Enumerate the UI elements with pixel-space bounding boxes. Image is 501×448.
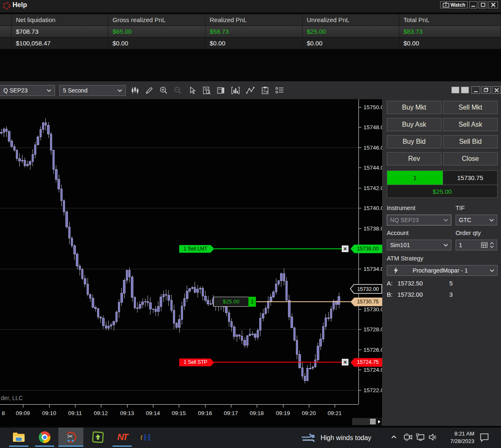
tif-dropdown[interactable]: GTC: [456, 215, 497, 225]
reverse-button[interactable]: Rev: [387, 152, 441, 165]
buy-mkt-button[interactable]: Buy Mkt: [387, 101, 441, 114]
price-axis-label: 15740.00: [363, 205, 382, 211]
instrument-selector[interactable]: Q SEP23: [0, 85, 55, 96]
svg-text:15732.00: 15732.00: [357, 286, 379, 292]
panel-button-2[interactable]: [461, 87, 469, 93]
position-avg-price: 15730.75: [443, 171, 497, 185]
table-cell: $100,058.47: [12, 38, 108, 49]
order-qty-value: 1: [459, 242, 462, 248]
pencil-icon: [145, 86, 153, 95]
cancel-limit-order-button[interactable]: ✕: [342, 245, 348, 252]
scrollbar-thumb[interactable]: [370, 419, 376, 424]
close-icon: [491, 3, 496, 7]
table-row[interactable]: $100,058.47$0.00$0.00$0.00$0.00: [0, 38, 501, 49]
zoom-in-button[interactable]: [158, 85, 169, 96]
cursor-button[interactable]: [186, 85, 198, 96]
chart-scrollbar[interactable]: [352, 418, 382, 425]
indicators-icon: [231, 86, 240, 95]
account-dropdown[interactable]: Sim101: [387, 240, 451, 250]
qty-spinner-icon[interactable]: [490, 242, 494, 248]
share-app-icon: [92, 431, 104, 443]
chart-plot-area[interactable]: 15750.0015748.0015746.0015744.0015742.00…: [0, 99, 382, 426]
network-icon[interactable]: [416, 433, 425, 441]
list-icon: [275, 86, 284, 95]
interval-selector-label: 5 Second: [63, 87, 88, 94]
data-box-button[interactable]: [201, 85, 213, 96]
price-axis-label: 15750.00: [363, 104, 382, 110]
ask-size: 5: [449, 280, 453, 287]
indicators-button[interactable]: [230, 85, 241, 96]
close-button[interactable]: [488, 1, 498, 8]
strategies-button[interactable]: [259, 85, 271, 96]
properties-button[interactable]: [274, 85, 286, 96]
taskbar-snipping-tool-button[interactable]: ✂: [61, 428, 80, 447]
taskbar-clock[interactable]: 8:21 AM 7/28/2023: [438, 430, 474, 445]
draw-button[interactable]: [143, 85, 155, 96]
watch-button[interactable]: Watch: [440, 1, 468, 8]
restore-button[interactable]: [478, 1, 487, 8]
taskbar-file-explorer-button[interactable]: [9, 428, 28, 447]
price-axis-label: 15744.00: [363, 165, 382, 171]
taskbar-share-app-button[interactable]: [88, 428, 108, 447]
sell-mkt-button[interactable]: Sell Mkt: [443, 101, 498, 114]
sell-stop-line[interactable]: [214, 362, 342, 363]
panel-button-1[interactable]: [451, 87, 459, 93]
buy-ask-button[interactable]: Buy Ask: [387, 118, 441, 131]
time-axis-label: 09:12: [94, 410, 108, 416]
atm-strategy-dropdown[interactable]: ProchargedMopar - 1: [387, 265, 498, 276]
sell-bid-button[interactable]: Sell Bid: [443, 135, 498, 148]
buy-bid-button[interactable]: Buy Bid: [387, 135, 441, 148]
chart-trader-button[interactable]: [215, 85, 227, 96]
instrument-dropdown[interactable]: NQ SEP23: [387, 215, 451, 225]
close-position-button[interactable]: Close: [443, 152, 498, 165]
tray-chevron-up-icon[interactable]: [390, 433, 398, 441]
sell-stop-tag[interactable]: 1 Sell STP: [179, 358, 214, 366]
interval-selector[interactable]: 5 Second: [59, 85, 126, 96]
tif-dropdown-value: GTC: [459, 217, 471, 223]
cancel-stop-order-button[interactable]: ✕: [342, 359, 348, 365]
position-qty-box: 1: [248, 297, 256, 307]
sell-ask-button[interactable]: Sell Ask: [443, 118, 498, 131]
order-qty-field[interactable]: 1: [456, 240, 497, 250]
sell-limit-tag[interactable]: 1 Sell LMT: [179, 245, 214, 253]
table-cell: $0.00: [303, 38, 399, 49]
restore-icon: [483, 88, 488, 93]
chart-minimize-button[interactable]: [471, 86, 480, 94]
table-row[interactable]: $708.73$65.00$58.73$25.00$83.73: [0, 26, 501, 38]
price-axis-label: 15734.00: [363, 266, 382, 272]
chart-restore-button[interactable]: [481, 86, 491, 94]
menu-help[interactable]: Help: [13, 1, 27, 9]
cursor-icon: [188, 86, 196, 95]
zoom-out-button[interactable]: [172, 85, 183, 96]
taskbar-ninjatrader-button[interactable]: NT: [113, 428, 132, 447]
watch-button-label: Watch: [451, 2, 466, 8]
bid-size: 3: [449, 291, 453, 298]
bid-label: B:: [387, 291, 393, 298]
taskbar-weather-widget[interactable]: High winds today: [301, 428, 371, 448]
watermark: der, LLC: [1, 395, 23, 401]
price-axis-label: 15726.00: [363, 347, 382, 353]
sell-limit-line[interactable]: [214, 248, 342, 249]
action-center-icon[interactable]: [479, 433, 489, 442]
instrument-label: Instrument: [387, 205, 416, 211]
title-bar: Help Watch: [0, 0, 501, 13]
meet-now-icon[interactable]: [403, 433, 413, 441]
time-axis-label: 09:20: [302, 410, 316, 416]
speaker-icon[interactable]: [428, 433, 438, 441]
chevron-down-icon: [443, 244, 448, 247]
chart-trader-icon: [217, 86, 225, 95]
atm-strategy-label: ATM Strategy: [387, 255, 423, 262]
trading-app-icon: H t: [143, 432, 151, 443]
taskbar-chrome-button[interactable]: [35, 428, 54, 447]
drawing-tools-button[interactable]: [245, 85, 256, 96]
bid-price: 15732.00: [398, 291, 423, 298]
instrument-dropdown-value: NQ SEP23: [390, 217, 418, 223]
tif-label: TIF: [456, 205, 465, 211]
chart-close-button[interactable]: [492, 86, 501, 94]
chart-style-button[interactable]: [129, 85, 141, 96]
minimize-button[interactable]: [469, 1, 477, 8]
scroll-right-button[interactable]: [376, 418, 382, 425]
taskbar-trading-app-button[interactable]: H t: [138, 428, 157, 447]
account-summary-table: Net liquidationGross realized PnLRealize…: [0, 14, 501, 49]
sell-stop-price-marker: 15724.75: [351, 358, 382, 367]
